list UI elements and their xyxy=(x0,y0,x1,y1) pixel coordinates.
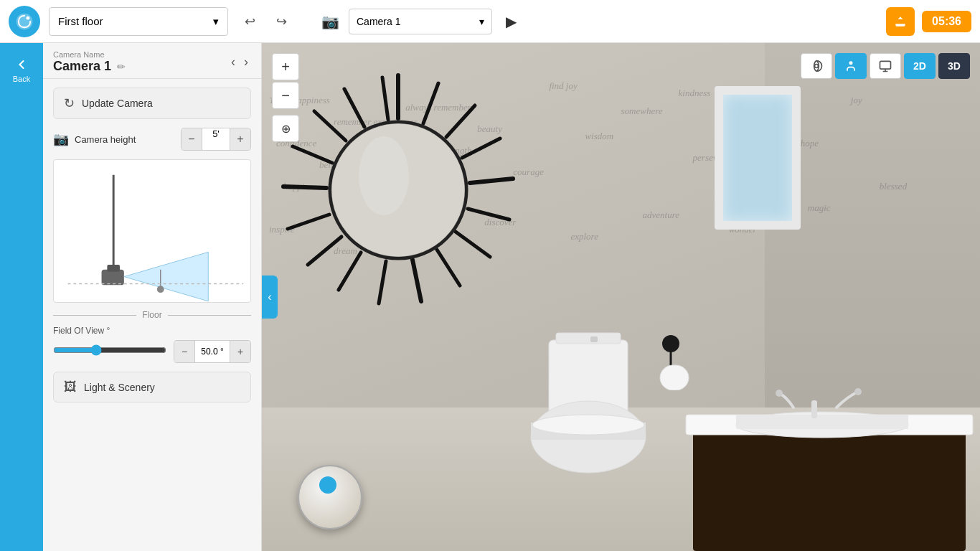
camera-height-increase[interactable]: + xyxy=(230,128,250,150)
back-label: Back xyxy=(13,75,30,83)
fov-increase[interactable]: + xyxy=(230,341,250,362)
orbit-view-button[interactable] xyxy=(801,53,832,79)
topbar-right: 05:36 xyxy=(886,7,971,36)
svg-point-73 xyxy=(854,388,862,395)
svg-line-40 xyxy=(462,138,500,158)
window xyxy=(715,86,801,230)
camera-panel: Camera Name Camera 1 ✏ ‹ › ↻ Update Came… xyxy=(43,43,262,551)
fov-decrease[interactable]: − xyxy=(174,341,194,362)
svg-line-50 xyxy=(283,187,326,188)
fov-stepper: − 50.0 ° + xyxy=(174,340,251,363)
nav-puck[interactable] xyxy=(298,465,362,529)
floor-label: Floor xyxy=(142,310,161,320)
camera-name-row: Camera 1 ✏ xyxy=(53,59,126,74)
panel-nav: ‹ › xyxy=(228,53,251,71)
edit-icon[interactable]: ✏ xyxy=(117,61,126,72)
zoom-in-button[interactable]: + xyxy=(272,53,299,80)
svg-rect-60 xyxy=(590,336,598,342)
svg-line-47 xyxy=(339,253,361,290)
panel-prev-button[interactable]: ‹ xyxy=(228,53,238,71)
refresh-icon: ↻ xyxy=(64,95,75,111)
topbar: First floor ▾ ↩ ↪ 📷 Camera 1 ▾ ▶ 05:36 xyxy=(0,0,980,43)
svg-line-44 xyxy=(437,250,460,286)
svg-line-46 xyxy=(379,261,386,303)
camera-section: 📷 Camera 1 ▾ ▶ xyxy=(317,9,524,34)
svg-rect-70 xyxy=(736,415,908,429)
3d-label: 3D xyxy=(948,60,961,72)
update-camera-button[interactable]: ↻ Update Camera xyxy=(53,88,251,119)
camera-height-label: Camera height xyxy=(75,134,175,145)
back-button[interactable]: Back xyxy=(13,57,30,83)
center-button[interactable]: ⊕ xyxy=(272,115,299,142)
upload-icon xyxy=(893,14,908,29)
update-camera-label: Update Camera xyxy=(82,98,153,109)
timer-display: 05:36 xyxy=(922,11,971,32)
collapse-panel-button[interactable]: ‹ xyxy=(262,276,278,319)
camera-height-stepper: − 5' + xyxy=(181,128,251,151)
undo-button[interactable]: ↩ xyxy=(237,9,263,34)
view-area: ‹ .wt { font-family: 'Georgia', serif; f… xyxy=(262,43,980,551)
svg-line-48 xyxy=(308,237,341,265)
zoom-controls: + − ⊕ xyxy=(272,53,299,142)
panel-next-button[interactable]: › xyxy=(241,53,251,71)
zoom-out-button[interactable]: − xyxy=(272,82,299,109)
redo-button[interactable]: ↪ xyxy=(268,9,294,34)
svg-point-75 xyxy=(849,61,853,65)
floor-label: First floor xyxy=(58,15,103,27)
svg-rect-4 xyxy=(107,265,120,272)
floor-dropdown[interactable]: First floor ▾ xyxy=(49,7,228,36)
light-scenery-button[interactable]: 🖼 Light & Scenery xyxy=(53,372,251,402)
photo-icon: 🖼 xyxy=(64,380,77,395)
screen-view-button[interactable] xyxy=(870,53,901,79)
play-button[interactable]: ▶ xyxy=(498,9,524,34)
svg-point-74 xyxy=(815,65,819,68)
svg-line-51 xyxy=(293,146,332,163)
svg-line-42 xyxy=(468,209,509,220)
3d-view-button[interactable]: 3D xyxy=(938,53,970,79)
back-arrow-icon xyxy=(14,57,29,72)
bathroom-scene: .wt { font-family: 'Georgia', serif; fon… xyxy=(262,43,980,551)
svg-point-72 xyxy=(776,390,783,397)
svg-point-57 xyxy=(359,136,409,215)
floor-line-left xyxy=(53,315,136,316)
camera-height-value: 5' xyxy=(202,128,230,150)
svg-line-53 xyxy=(344,89,364,127)
camera-height-decrease[interactable]: − xyxy=(182,128,202,150)
svg-marker-5 xyxy=(124,252,208,301)
floor-line-right xyxy=(168,315,251,316)
camera-height-row: 📷 Camera height − 5' + xyxy=(53,128,251,151)
vanity-svg xyxy=(679,343,980,551)
camera-diagram xyxy=(53,159,251,303)
person-icon xyxy=(844,59,858,73)
logo-icon xyxy=(15,12,34,31)
fov-slider[interactable] xyxy=(53,344,166,356)
camera-icon: 📷 xyxy=(317,9,343,34)
svg-rect-71 xyxy=(811,400,817,418)
upload-button[interactable] xyxy=(886,7,915,36)
fov-label: Field Of View ° xyxy=(53,326,251,336)
camera-chevron-icon: ▾ xyxy=(479,16,484,27)
camera-diagram-svg xyxy=(54,160,250,302)
2d-label: 2D xyxy=(913,60,926,72)
monitor-icon xyxy=(878,59,892,73)
svg-line-49 xyxy=(288,215,329,229)
person-view-button[interactable] xyxy=(835,53,867,79)
orbit-icon xyxy=(809,59,824,73)
svg-point-6 xyxy=(157,286,164,293)
camera-dropdown[interactable]: Camera 1 ▾ xyxy=(349,9,492,34)
fov-section: Field Of View ° − 50.0 ° + xyxy=(53,326,251,363)
main-content: Back Camera Name Camera 1 ✏ ‹ › ↻ Update… xyxy=(0,43,980,551)
fov-row: − 50.0 ° + xyxy=(53,340,251,363)
toilet xyxy=(527,297,671,479)
panel-header-left: Camera Name Camera 1 ✏ xyxy=(53,50,126,74)
panel-header: Camera Name Camera 1 ✏ ‹ › xyxy=(43,43,261,79)
svg-line-54 xyxy=(382,77,388,120)
camera-name-text: Camera 1 xyxy=(53,59,111,74)
2d-view-button[interactable]: 2D xyxy=(904,53,936,79)
svg-rect-3 xyxy=(102,270,124,286)
camera-name-label: Camera Name xyxy=(53,50,126,59)
svg-point-63 xyxy=(532,415,644,435)
app-logo[interactable] xyxy=(9,6,40,37)
svg-rect-76 xyxy=(880,61,891,69)
sunburst-mirror xyxy=(276,54,520,326)
